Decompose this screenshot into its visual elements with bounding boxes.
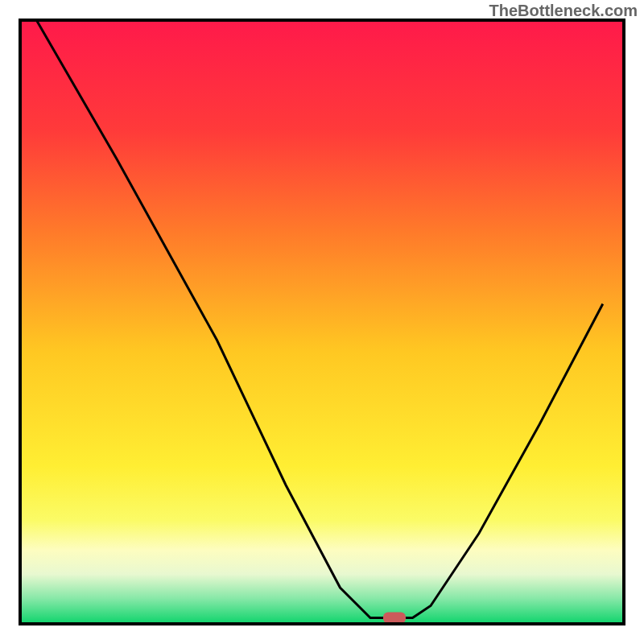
bottleneck-chart: [0, 0, 644, 644]
optimal-marker: [383, 613, 406, 624]
watermark-text: TheBottleneck.com: [489, 2, 638, 20]
chart-background: [22, 22, 622, 622]
